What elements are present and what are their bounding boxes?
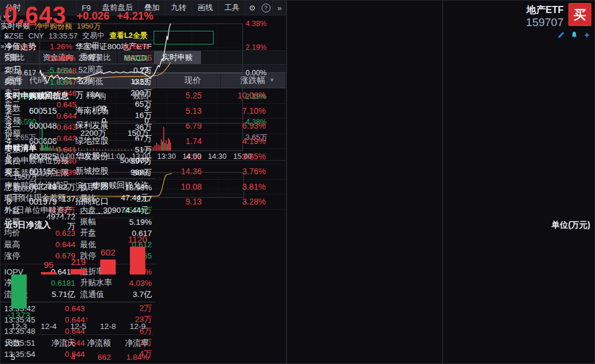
subscription-label: 份额 — [5, 128, 69, 139]
svg-text:602: 602 — [100, 247, 115, 257]
perf-label: 今年 — [5, 41, 30, 52]
flow-footer-label: 净流率 — [111, 338, 149, 349]
flow-footer-value: 662 — [75, 353, 111, 362]
subscription-title: 实时申购赎回信息 — [5, 91, 69, 101]
subscription-col1: 申购 — [69, 91, 106, 101]
redemption-label: 现金替代比例上限 — [5, 168, 133, 178]
divider — [442, 1, 443, 364]
svg-text:12-9: 12-9 — [129, 322, 145, 331]
performance-row: 5日1.42%250日-8.01% — [1, 52, 153, 64]
subscription-value: 0 — [69, 116, 106, 125]
alert-bell-icon[interactable] — [570, 31, 578, 39]
price-change-pct: +4.21% — [117, 10, 154, 23]
redemption-value: 50% — [133, 168, 149, 177]
cell-change: 2.00% — [221, 212, 286, 214]
toolbar-item-九转[interactable]: 九转 — [165, 1, 192, 15]
redemption-label: T-1日单位申赎资产 — [5, 205, 103, 216]
cell-price: 8.18 — [157, 212, 221, 214]
cell-change: 10.06% — [221, 91, 286, 100]
stat-value: 5.19% — [118, 218, 152, 226]
svg-text:12-3: 12-3 — [11, 322, 27, 331]
cell-change: 3.28% — [221, 197, 286, 206]
buy-button[interactable]: 买 — [568, 3, 591, 26]
subscription-row: 份额2200万150万 — [1, 127, 153, 139]
cell-change: 3.76% — [221, 167, 286, 176]
perf-label: 52周低 — [78, 76, 114, 87]
cell-change: 3.81% — [221, 182, 286, 191]
divider — [286, 1, 287, 364]
redemption-label: T日预估现金差额 — [5, 193, 121, 203]
toolbar-item-工具[interactable]: 工具 — [218, 1, 245, 15]
settings-gear-icon[interactable]: ⚙ — [245, 1, 259, 15]
flow-footer-value: 4 — [34, 353, 75, 362]
subscription-row: 笔数293 — [1, 102, 153, 114]
perf-label: 5日 — [5, 53, 30, 63]
trading-terminal: 分时 ▾ F9盘前盘后叠加九转画线工具 ⚙ ? » 159707[地产ETF] … — [0, 0, 595, 364]
redemption-row: T日预估现金差额47.44元 — [1, 191, 153, 204]
flow-footer-value: 1.84% — [111, 353, 149, 362]
add-plus-icon[interactable]: + — [583, 31, 591, 39]
divider — [1, 334, 153, 335]
subscription-row: 金额00 — [1, 114, 153, 127]
svg-text:4.38%: 4.38% — [246, 20, 266, 28]
flow-footer-label: 天数 — [5, 338, 28, 349]
subscription-label: 笔数 — [5, 103, 69, 114]
svg-text:12-4: 12-4 — [40, 322, 57, 331]
net-inflow-title: 近5日净流入 — [5, 220, 51, 231]
edit-pencil-icon[interactable] — [557, 31, 565, 39]
flow-footer-value: 5 — [5, 353, 34, 362]
subscription-value: 0 — [106, 116, 149, 125]
flow-footer-headers: 天数净流天净流额净流率 — [1, 338, 153, 349]
redemption-value: 申购赎回皆允许 — [93, 180, 149, 191]
etf-code: 159707 — [526, 16, 564, 29]
svg-text:-1373: -1373 — [8, 310, 30, 320]
exchange: SZSE — [4, 32, 24, 40]
svg-text:219: 219 — [71, 257, 85, 267]
etf-name: 地产ETF — [527, 4, 564, 17]
perf-value: 1.42% — [30, 54, 72, 63]
divider — [1, 141, 153, 141]
subscription-label: 金额 — [5, 116, 69, 126]
price-change: +0.026 — [77, 10, 110, 23]
redemption-label: 申购赎回允许情况 — [5, 180, 93, 191]
last-price: 0.643 — [4, 2, 66, 28]
perf-value: 0.55 — [114, 78, 149, 87]
redemption-row: T-1日单位申赎资产309074.44元 — [1, 204, 153, 216]
perf-value: 10.67% — [114, 42, 149, 51]
svg-text:2.19%: 2.19% — [246, 43, 266, 52]
performance-row: 今年1.26%120日10.67% — [1, 40, 153, 52]
subscription-header: 实时申购赎回信息申购赎回 — [1, 90, 153, 102]
redemption-value: 309074.44元 — [103, 205, 149, 216]
subscription-col2: 赎回 — [106, 91, 149, 101]
subscription-value: 150万 — [106, 128, 149, 139]
divider — [1, 218, 153, 218]
redemption-title: 申赎清单 — [5, 143, 142, 154]
subscription-value: 2200万 — [69, 128, 106, 139]
performance-row: 20日-5.16%52周高0.73 — [1, 64, 153, 76]
cell-change: 4.19% — [221, 136, 286, 146]
subscription-value: 3 — [106, 104, 149, 113]
subscription-value: 29 — [69, 104, 106, 113]
more-dots-icon[interactable]: ... — [142, 143, 149, 152]
cell-change: 7.10% — [221, 106, 286, 116]
table-header-c-chg[interactable]: 涨跌幅▼ — [221, 73, 286, 88]
perf-label: 250日 — [78, 53, 114, 63]
perf-label: 52周高 — [78, 65, 114, 75]
toolbar-item-画线[interactable]: 画线 — [192, 1, 218, 15]
redemption-row: 现金替代比例上限50% — [1, 167, 153, 179]
svg-text:95: 95 — [44, 260, 54, 270]
svg-text:1120: 1120 — [128, 234, 147, 244]
redemption-row: 申购赎回允许情况申购赎回皆允许 — [1, 179, 153, 191]
perf-value: 1.26% — [30, 42, 72, 51]
help-icon[interactable]: ? — [259, 1, 272, 15]
perf-value: -1.83% — [30, 78, 72, 87]
performance-row: 60日-1.83%52周低0.55 — [1, 76, 153, 88]
redemption-header: 申赎清单... — [1, 142, 153, 154]
currency: CNY — [28, 32, 44, 40]
sort-down-icon[interactable]: ▼ — [269, 77, 275, 83]
perf-value: 0.73 — [114, 66, 149, 75]
divider — [1, 88, 153, 89]
net-inflow-bar-chart: -137312-39512-421912-560212-8112012-9 — [1, 231, 153, 334]
toolbar-more-icon[interactable]: » — [272, 1, 286, 15]
cell-change: 3.85% — [221, 152, 286, 161]
